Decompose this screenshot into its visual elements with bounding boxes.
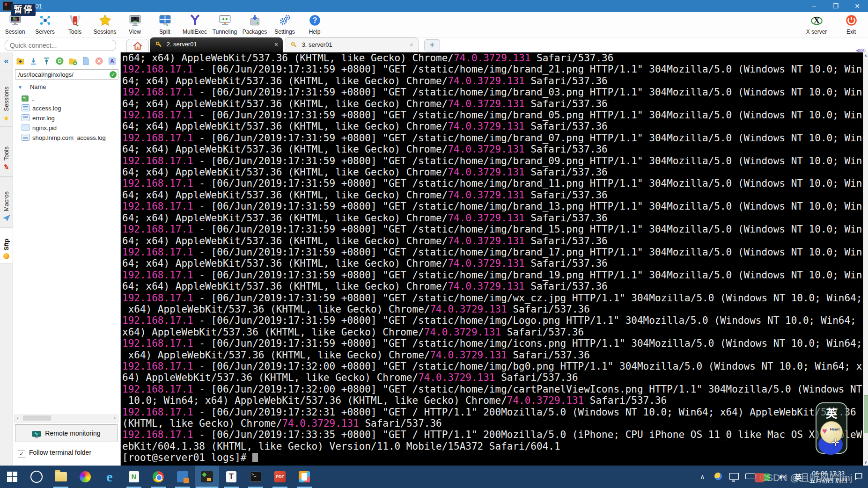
- toolbar-servers[interactable]: Servers: [30, 13, 60, 36]
- title-bar: server01 – ❐ ✕: [0, 0, 868, 12]
- csdn-logo-icon: [755, 473, 764, 482]
- taskbar-command-prompt[interactable]: >_: [243, 466, 268, 488]
- scroll-up-icon[interactable]: ∧: [863, 53, 868, 58]
- file-row-access-log[interactable]: access.log: [22, 103, 119, 113]
- ime-mode-label[interactable]: 英: [817, 404, 846, 421]
- ime-floating-widget[interactable]: 英 ♥ Heart ✛: [816, 402, 847, 454]
- refresh-icon[interactable]: [55, 57, 64, 66]
- terminal-row: 64; x64) AppleWebKit/537.36 (KHTML, like…: [121, 144, 863, 155]
- upload-icon[interactable]: [42, 57, 51, 66]
- home-tab[interactable]: [126, 39, 149, 53]
- taskbar-notepad-plus-plus[interactable]: N: [122, 466, 146, 488]
- scroll-down-icon[interactable]: ∨: [863, 460, 868, 465]
- toolbar-settings[interactable]: Settings: [270, 13, 300, 36]
- taskbar-media-app[interactable]: [73, 466, 97, 488]
- terminal-row: 10.0; Win64; x64) AppleWebKit/537.36 (KH…: [121, 395, 863, 406]
- toolbar-view[interactable]: View: [120, 13, 150, 36]
- new-folder-icon[interactable]: [68, 57, 77, 66]
- taskbar-file-explorer[interactable]: [49, 466, 73, 488]
- tab-server01-2[interactable]: 2. server01 ×: [150, 37, 283, 52]
- toolbar-session[interactable]: Session: [0, 13, 30, 36]
- side-tab-tools[interactable]: Tools: [0, 127, 13, 176]
- taskbar-edge[interactable]: e: [97, 466, 122, 488]
- battery-tray-icon[interactable]: [745, 473, 755, 481]
- heart-icon: ♥: [822, 426, 827, 436]
- folder-up-icon[interactable]: [16, 57, 25, 66]
- file-row-shop-access-log[interactable]: shop.lnmp.com_access.log: [22, 133, 119, 143]
- monitoring-icon: [32, 431, 41, 438]
- side-tab-sftp[interactable]: Sftp: [0, 228, 13, 263]
- side-tab-sessions[interactable]: Sessions ★: [0, 71, 13, 127]
- toolbar-packages[interactable]: Packages: [240, 13, 270, 36]
- toolbar-multiexec[interactable]: MultiExec: [180, 13, 210, 36]
- scroll-left-icon[interactable]: ‹: [15, 415, 21, 421]
- taskbar-pdf-reader[interactable]: PDF: [268, 466, 292, 488]
- close-button[interactable]: ✕: [846, 0, 868, 12]
- sftp-path-input[interactable]: /usr/local/nginx/logs/ ✓: [15, 69, 118, 80]
- terminal-scrollbar-thumb[interactable]: [864, 395, 868, 433]
- checkbox-icon[interactable]: ✓: [18, 451, 25, 458]
- taskbar-mobaxterm[interactable]: [195, 466, 219, 488]
- taskbar-notes-app[interactable]: [292, 466, 316, 488]
- terminal-scrollbar[interactable]: ∧ ∨: [863, 52, 868, 466]
- toolbar-sessions[interactable]: Sessions: [90, 13, 120, 36]
- minimize-button[interactable]: –: [803, 0, 825, 12]
- scroll-right-icon[interactable]: ›: [111, 415, 118, 421]
- sftp-ball-icon: [3, 253, 9, 259]
- toolbar-help[interactable]: ? Help: [300, 13, 330, 36]
- side-tab-macros[interactable]: Macros: [0, 176, 13, 228]
- toolbar-x-server[interactable]: X X server: [800, 13, 833, 36]
- tray-expand-icon[interactable]: ∧: [698, 473, 707, 481]
- terminal-row: ebKit/604.1.38 (KHTML, like Gecko) Versi…: [121, 441, 863, 452]
- toolbar-tools[interactable]: Tools: [60, 13, 90, 36]
- file-row-error-log[interactable]: error.log: [22, 113, 119, 123]
- start-button[interactable]: [0, 466, 24, 488]
- mobaxterm-icon: [201, 471, 213, 482]
- recorder-pause-overlay[interactable]: 暂停: [11, 4, 36, 16]
- toolbar-exit[interactable]: Exit: [838, 13, 864, 36]
- notification-center-icon[interactable]: [854, 473, 863, 481]
- toolbar-tunneling[interactable]: Tunneling: [210, 13, 240, 36]
- taskbar-typora[interactable]: T: [219, 466, 243, 488]
- taskbar-vmware[interactable]: [170, 466, 195, 488]
- terminal-row: x64) AppleWebKit/537.36 (KHTML, like Gec…: [121, 350, 863, 361]
- rename-icon[interactable]: A: [108, 57, 117, 66]
- tab-close-icon[interactable]: ×: [274, 37, 278, 51]
- tab-close-icon[interactable]: ×: [410, 38, 413, 52]
- edge-icon: e: [106, 471, 112, 483]
- remote-monitoring-button[interactable]: Remote monitoring: [15, 424, 118, 442]
- mobaxterm-window: server01 – ❐ ✕ 暂停 Session Servers Tools …: [0, 0, 868, 488]
- taskbar: e N T >_ PDF ∧ ↑ 🕩× 英 06-06 17:33 五月初四 周…: [0, 466, 868, 488]
- sort-arrow-icon: ▼: [18, 85, 22, 90]
- follow-terminal-folder-checkbox[interactable]: ✓Follow terminal folder: [18, 449, 91, 458]
- view-icon: [120, 13, 150, 28]
- download-icon[interactable]: [29, 57, 38, 66]
- sftp-path-value: /usr/local/nginx/logs/: [18, 71, 74, 78]
- parent-folder-icon: [22, 95, 29, 102]
- file-row-parent[interactable]: ..: [22, 94, 119, 103]
- toolbar-split[interactable]: Split: [150, 13, 180, 36]
- file-list-header[interactable]: ▼Name: [18, 83, 46, 90]
- quick-connect-input[interactable]: [5, 40, 116, 51]
- vmware-tray-icon[interactable]: [714, 473, 723, 481]
- new-tab-button[interactable]: +: [424, 39, 440, 51]
- scrollbar-thumb[interactable]: [23, 415, 51, 421]
- taskbar-chrome[interactable]: [146, 466, 170, 488]
- search-button[interactable]: [24, 466, 49, 488]
- path-ok-icon: ✓: [110, 71, 117, 78]
- delete-icon[interactable]: [95, 57, 103, 66]
- collapse-sidebar-button[interactable]: «: [0, 52, 13, 71]
- terminal[interactable]: n64; x64) AppleWebKit/537.36 (KHTML, lik…: [121, 52, 863, 466]
- file-name: access.log: [32, 105, 61, 112]
- sftp-horizontal-scrollbar[interactable]: ‹ ›: [14, 415, 118, 422]
- display-tray-icon[interactable]: [729, 473, 739, 481]
- tab-bar: 2. server01 × 3. server01 × + 🖉: [121, 37, 868, 52]
- tab-server01-3[interactable]: 3. server01 ×: [285, 37, 419, 53]
- file-row-nginx-pid[interactable]: nginx.pid: [22, 123, 119, 133]
- new-file-icon[interactable]: [81, 57, 90, 66]
- terminal-row: x64) AppleWebKit/537.36 (KHTML, like Gec…: [121, 327, 863, 338]
- toolbar-sessions-label: Sessions: [90, 29, 120, 35]
- terminal-row: 64; x64) AppleWebKit/537.36 (KHTML, like…: [121, 258, 863, 269]
- maximize-button[interactable]: ❐: [825, 0, 846, 12]
- terminal-row: 64; x64) AppleWebKit/537.36 (KHTML, like…: [121, 167, 863, 178]
